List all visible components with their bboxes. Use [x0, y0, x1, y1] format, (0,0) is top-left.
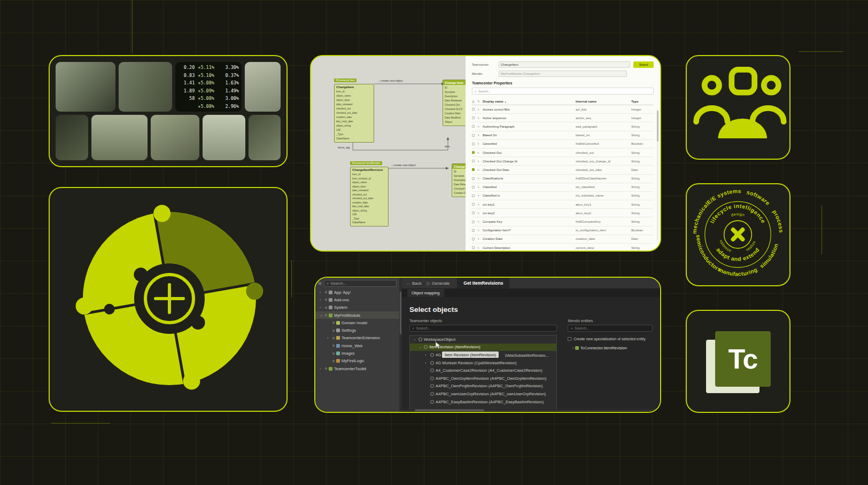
- sidebar-search-input[interactable]: ⌕ Search...: [324, 280, 397, 287]
- edit-icon[interactable]: ✎: [477, 194, 483, 197]
- tab-object-mapping[interactable]: Object mapping: [407, 289, 444, 297]
- row-checkbox[interactable]: [472, 177, 475, 180]
- sidebar-tree-item[interactable]: › TeamcenterExtension: [315, 334, 399, 342]
- edit-icon[interactable]: ✎: [477, 229, 483, 232]
- row-checkbox[interactable]: [472, 246, 475, 249]
- property-row[interactable]: ✎ Classifications fnd0DicsClassNames Str…: [472, 175, 654, 183]
- property-row[interactable]: ✎ cm.key1 akon_key1 String: [472, 200, 654, 209]
- tree-row[interactable]: A4_CustomerCase2Revision (A4_CustomerCas…: [410, 366, 556, 374]
- tree-row-item-revision-selected[interactable]: ⌄ Item Revision (ItemRevision): [410, 343, 556, 351]
- property-row[interactable]: ✎ Active sequence active_seq Integer: [472, 114, 654, 122]
- mendix-entity-row[interactable]: › TcConnector.ItemRevision: [568, 346, 653, 350]
- scrollbar-thumb[interactable]: [400, 292, 401, 334]
- property-row[interactable]: ✎ Classified in ics_subclass_name String: [472, 192, 654, 200]
- property-row[interactable]: ✎ Creation Date creation_date Date: [472, 235, 654, 244]
- entity-change-itemrevision-target[interactable]: Change Item IDSynopsisDescriptionDate Re…: [452, 163, 466, 197]
- property-row[interactable]: ✎ cm.key2 akon_key2 String: [472, 209, 654, 217]
- edit-icon[interactable]: ✎: [477, 168, 483, 171]
- mendix-input[interactable]: MyFirstModule.ChangeItem: [499, 71, 627, 77]
- edit-icon[interactable]: ✎: [477, 151, 483, 154]
- property-row[interactable]: ✎ Compare Key fnd0CompareKey String: [472, 217, 654, 226]
- tree-row-covered-by-tooltip[interactable]: › 4G Abst 0AbsSubsetItmRevisio... Item R…: [410, 351, 556, 359]
- edit-icon[interactable]: ✎: [477, 212, 483, 215]
- edit-icon[interactable]: ✎: [477, 203, 483, 206]
- tree-row[interactable]: A4PBC_OwnGrpItemRevision (A4PBC_OwnGrpIt…: [410, 374, 556, 382]
- edit-icon[interactable]: ✎: [477, 125, 483, 128]
- property-row[interactable]: ✎ Checked-Out Change Id checked_out_chan…: [472, 157, 654, 166]
- expand-chevron-icon[interactable]: ›: [320, 298, 323, 302]
- tree-row[interactable]: › 4G Workset Revision (Cpd0WorksetRevisi…: [410, 359, 556, 367]
- property-row[interactable]: ✎ Authorizing Paragraph ead_paragraph St…: [472, 122, 654, 131]
- row-checkbox[interactable]: [472, 229, 475, 232]
- expand-chevron-icon[interactable]: ›: [425, 361, 429, 365]
- checkbox[interactable]: [568, 337, 571, 341]
- scrollbar-thumb[interactable]: [657, 111, 658, 142]
- edit-icon[interactable]: ✎: [477, 185, 483, 189]
- entity-changeitemrevision[interactable]: TcConnector ItemRevision ChangeItemRevis…: [350, 157, 389, 226]
- select-all-icon[interactable]: ◎: [472, 100, 477, 103]
- row-checkbox[interactable]: [472, 160, 475, 162]
- edit-icon[interactable]: ✎: [477, 160, 483, 163]
- row-checkbox[interactable]: [472, 125, 475, 128]
- row-checkbox[interactable]: [472, 221, 475, 223]
- property-row[interactable]: ✎ Cancelled fnd0IsCancelled Boolean: [472, 140, 654, 148]
- edit-icon[interactable]: ✎: [477, 108, 483, 111]
- row-checkbox[interactable]: [472, 108, 475, 111]
- expand-chevron-icon[interactable]: ›: [320, 291, 323, 294]
- properties-search-input[interactable]: ⌕ Search...: [472, 88, 654, 95]
- row-checkbox[interactable]: [472, 238, 475, 240]
- edit-icon[interactable]: ✎: [477, 134, 483, 137]
- create-specialization-option[interactable]: Create new specialization of selected en…: [568, 337, 653, 341]
- column-internal-name[interactable]: Internal name: [576, 100, 631, 103]
- row-checkbox[interactable]: [472, 151, 475, 154]
- sidebar-tree-item[interactable]: Home_Web: [315, 342, 399, 349]
- row-checkbox[interactable]: [472, 134, 475, 137]
- expand-chevron-icon[interactable]: ⌄: [413, 337, 417, 341]
- sidebar-tree-item[interactable]: › App 'App': [315, 288, 399, 296]
- edit-icon[interactable]: ✎: [477, 220, 483, 223]
- tree-row-workspaceobject[interactable]: ⌄ WorkspaceObject: [410, 335, 556, 343]
- expand-chevron-icon[interactable]: ›: [320, 367, 323, 371]
- tree-row[interactable]: A4PBC_ownUserGrpRevision (A4PBC_ownUserG…: [410, 390, 556, 398]
- tab-get-itemrevisions[interactable]: Get ItemRevisions: [457, 278, 509, 288]
- sidebar-tree-item[interactable]: MyFirstLogic: [315, 357, 399, 365]
- row-checkbox[interactable]: [472, 212, 475, 214]
- edit-icon[interactable]: ✎: [477, 142, 483, 145]
- expand-chevron-icon[interactable]: ›: [425, 353, 429, 357]
- row-checkbox[interactable]: [472, 194, 475, 197]
- sidebar-tree-item[interactable]: › Add-ons: [315, 296, 399, 303]
- expand-chevron-icon[interactable]: ›: [327, 336, 331, 340]
- row-checkbox[interactable]: [472, 143, 475, 145]
- sidebar-tree-item[interactable]: Domain model: [315, 319, 399, 326]
- generate-button[interactable]: ▷ Generate: [427, 281, 450, 286]
- select-button[interactable]: Select: [633, 61, 654, 68]
- edit-icon[interactable]: ✎: [477, 246, 483, 249]
- sidebar-tree-item[interactable]: Settings: [315, 326, 399, 334]
- property-row[interactable]: ✎ Current Description current_desc Strin…: [472, 244, 654, 252]
- row-checkbox[interactable]: [472, 203, 475, 206]
- sidebar-tree-item[interactable]: Images: [315, 349, 399, 357]
- edit-icon[interactable]: ✎: [477, 237, 483, 240]
- row-checkbox[interactable]: [472, 116, 475, 119]
- edit-icon[interactable]: ✎: [477, 177, 483, 180]
- teamcenter-objects-search-input[interactable]: ⌕ Search...: [409, 325, 557, 332]
- entity-changeitem[interactable]: TcConnector Item ChangeItem item_idobjec…: [334, 74, 374, 143]
- horizontal-scrollbar[interactable]: [402, 409, 656, 411]
- column-type[interactable]: Type: [631, 100, 654, 103]
- property-row[interactable]: ✎ Classified ics_classified String: [472, 183, 654, 192]
- sidebar-tree-item[interactable]: ⌄ MyFirstModule: [315, 311, 399, 319]
- column-display-name[interactable]: Display name▲: [483, 100, 576, 103]
- expand-chevron-icon[interactable]: ⌄: [418, 345, 422, 349]
- row-checkbox[interactable]: [472, 168, 475, 171]
- edit-icon[interactable]: ✎: [477, 116, 483, 120]
- property-row[interactable]: ✎ Checked-Out checked_out String: [472, 148, 654, 157]
- property-row[interactable]: ✎ Configuration Item? is_configuration_i…: [472, 226, 654, 235]
- back-button[interactable]: ← Back: [406, 281, 422, 286]
- property-row[interactable]: ✎ Access control Bits acl_bits Integer: [472, 105, 654, 114]
- property-row[interactable]: ✎ Checked-Out Date checked_out_date Date: [472, 166, 654, 174]
- mendix-entities-search-input[interactable]: ⌕ Search...: [568, 325, 653, 332]
- teamcenter-input[interactable]: ChangeItem: [499, 61, 630, 68]
- sidebar-tree-item[interactable]: › System: [315, 304, 399, 311]
- expand-chevron-icon[interactable]: ›: [572, 346, 573, 350]
- tree-row[interactable]: A4PBC_OwnProjItmRevision (A4PBC_OwnProjI…: [410, 382, 556, 390]
